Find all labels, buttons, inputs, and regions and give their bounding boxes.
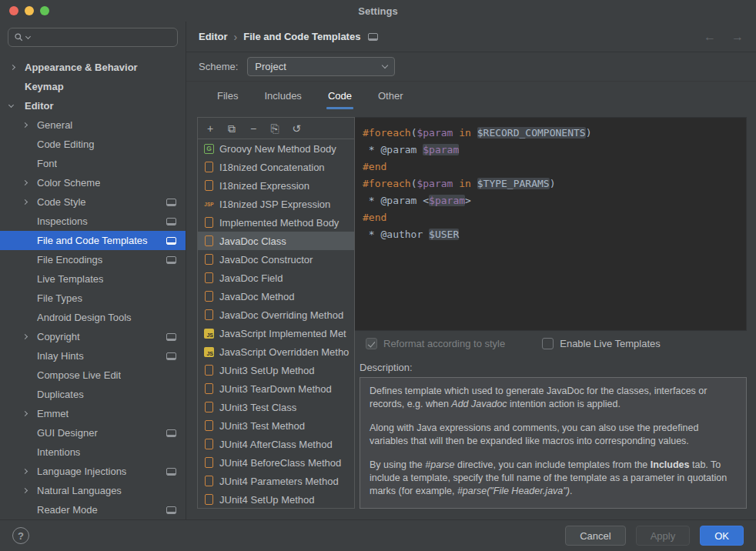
sidebar-item-copyright[interactable]: Copyright <box>0 327 186 346</box>
sidebar-item-file-encodings[interactable]: File Encodings <box>0 250 186 269</box>
per-project-settings-icon <box>166 429 176 437</box>
template-item-junit4-parameters-method[interactable]: JUnit4 Parameters Method <box>198 472 354 490</box>
add-template-icon[interactable]: + <box>204 123 216 134</box>
template-item-i18nized-expression[interactable]: I18nized Expression <box>198 176 354 195</box>
close-window-button[interactable] <box>9 6 18 15</box>
scheme-select[interactable]: Project <box>247 57 395 76</box>
back-arrow-icon[interactable]: ← <box>704 31 716 43</box>
template-item-junit4-beforeclass-method[interactable]: JUnit4 BeforeClass Method <box>198 453 354 472</box>
sidebar-item-code-style[interactable]: Code Style <box>0 192 186 212</box>
template-item-javadoc-method[interactable]: JavaDoc Method <box>198 287 354 306</box>
javascript-icon <box>202 328 216 339</box>
create-child-template-icon[interactable]: ⧉ <box>226 123 238 134</box>
template-item-junit3-test-method[interactable]: JUnit3 Test Method <box>198 416 354 435</box>
chevron-right-icon[interactable] <box>22 123 37 127</box>
sidebar-item-color-scheme[interactable]: Color Scheme <box>0 173 186 192</box>
template-item-junit3-setup-method[interactable]: JUnit3 SetUp Method <box>198 361 354 379</box>
copy-template-icon[interactable]: ⎘ <box>269 123 281 134</box>
sidebar-item-appearance-behavior[interactable]: Appearance & Behavior <box>0 58 186 77</box>
breadcrumb-separator: › <box>234 31 238 43</box>
sidebar-item-inlay-hints[interactable]: Inlay Hints <box>0 346 186 366</box>
zoom-window-button[interactable] <box>40 6 49 15</box>
template-code-editor[interactable]: #foreach($param in $RECORD_COMPONENTS) *… <box>355 117 747 331</box>
template-item-i18nized-jsp-expression[interactable]: I18nized JSP Expression <box>198 195 354 213</box>
sidebar-item-file-types[interactable]: File Types <box>0 289 186 308</box>
chevron-right-icon[interactable] <box>22 200 37 204</box>
template-item-i18nized-concatenation[interactable]: I18nized Concatenation <box>198 158 354 176</box>
template-item-javascript-implemented-met[interactable]: JavaScript Implemented Met <box>198 324 354 342</box>
sidebar-item-android-design-tools[interactable]: Android Design Tools <box>0 308 186 327</box>
enable-live-templates-checkbox[interactable] <box>542 338 554 349</box>
sidebar-item-reader-mode[interactable]: Reader Mode <box>0 500 186 519</box>
remove-template-icon[interactable]: − <box>247 123 259 134</box>
code-line: #end <box>363 209 738 226</box>
sidebar-item-label: Keymap <box>25 81 64 92</box>
reformat-checkbox[interactable] <box>366 338 377 349</box>
template-item-junit4-setup-method[interactable]: JUnit4 SetUp Method <box>198 490 354 508</box>
search-options-chevron-icon[interactable] <box>25 34 31 39</box>
chevron-right-icon[interactable] <box>22 489 37 493</box>
apply-button[interactable]: Apply <box>636 526 691 546</box>
ok-button[interactable]: OK <box>700 526 744 546</box>
template-item-javascript-overridden-metho[interactable]: JavaScript Overridden Metho <box>198 342 354 361</box>
sidebar-item-duplicates[interactable]: Duplicates <box>0 385 186 404</box>
description-paragraph: By using the #parse directive, you can i… <box>370 459 737 498</box>
forward-arrow-icon[interactable]: → <box>731 31 744 43</box>
template-item-javadoc-constructor[interactable]: JavaDoc Constructor <box>198 250 354 269</box>
chevron-right-icon[interactable] <box>22 335 37 339</box>
sidebar-item-emmet[interactable]: Emmet <box>0 404 186 423</box>
tab-code[interactable]: Code <box>328 82 352 109</box>
template-item-label: JavaScript Overridden Metho <box>219 346 349 358</box>
sidebar-item-language-injections[interactable]: Language Injections <box>0 462 186 481</box>
sidebar-item-intentions[interactable]: Intentions <box>0 442 186 462</box>
template-item-junit4-afterclass-method[interactable]: JUnit4 AfterClass Method <box>198 435 354 453</box>
settings-main-panel: Editor › File and Code Templates ← → Sch… <box>186 22 756 519</box>
help-button[interactable]: ? <box>12 527 29 544</box>
sidebar-item-label: Android Design Tools <box>37 312 132 323</box>
tab-includes[interactable]: Includes <box>264 82 301 109</box>
template-item-javadoc-field[interactable]: JavaDoc Field <box>198 269 354 287</box>
chevron-right-icon[interactable] <box>22 469 37 473</box>
template-item-javadoc-class[interactable]: JavaDoc Class <box>198 232 354 250</box>
reset-to-default-icon[interactable]: ↺ <box>290 123 303 134</box>
chevron-right-icon[interactable] <box>22 181 37 185</box>
sidebar-item-label: Compose Live Edit <box>37 369 121 381</box>
tab-other[interactable]: Other <box>378 82 403 109</box>
sidebar-item-live-templates[interactable]: Live Templates <box>0 269 186 289</box>
sidebar-item-label: Code Style <box>37 196 86 208</box>
template-item-javadoc-overriding-method[interactable]: JavaDoc Overriding Method <box>198 306 354 324</box>
chevron-down-icon[interactable] <box>9 105 25 107</box>
minimize-window-button[interactable] <box>25 6 34 15</box>
sidebar-item-code-editing[interactable]: Code Editing <box>0 135 186 154</box>
editor-options-row: Reformat according to style Enable Live … <box>355 331 747 356</box>
search-box[interactable] <box>8 28 178 47</box>
template-item-junit3-test-class[interactable]: JUnit3 Test Class <box>198 398 354 416</box>
template-editor-column: #foreach($param in $RECORD_COMPONENTS) *… <box>355 117 747 509</box>
sidebar-item-inspections[interactable]: Inspections <box>0 212 186 231</box>
template-item-groovy-new-method-body[interactable]: Groovy New Method Body <box>198 139 354 158</box>
sidebar-item-natural-languages[interactable]: Natural Languages <box>0 481 186 500</box>
breadcrumb-item-editor[interactable]: Editor <box>199 31 228 42</box>
sidebar-item-label: Editor <box>25 100 54 112</box>
description-box[interactable]: Defines template which used to generate … <box>360 377 747 509</box>
chevron-right-icon[interactable] <box>22 412 37 416</box>
sidebar-item-file-and-code-templates[interactable]: File and Code Templates <box>0 231 186 250</box>
sidebar-item-compose-live-edit[interactable]: Compose Live Edit <box>0 366 186 385</box>
tab-files[interactable]: Files <box>217 82 238 109</box>
sidebar-item-keymap[interactable]: Keymap <box>0 77 186 96</box>
code-line: #end <box>363 159 738 175</box>
sidebar-item-gui-designer[interactable]: GUI Designer <box>0 423 186 442</box>
template-item-junit3-teardown-method[interactable]: JUnit3 TearDown Method <box>198 379 354 398</box>
sidebar-item-font[interactable]: Font <box>0 154 186 173</box>
sidebar-item-editor[interactable]: Editor <box>0 96 186 115</box>
chevron-right-icon[interactable] <box>9 65 25 69</box>
live-templates-checkbox-group: Enable Live Templates <box>542 338 661 349</box>
sidebar-item-label: Reader Mode <box>37 504 98 516</box>
template-item-implemented-method-body[interactable]: Implemented Method Body <box>198 213 354 232</box>
sidebar-item-label: Intentions <box>37 446 80 458</box>
settings-search-input[interactable] <box>32 32 172 43</box>
sidebar-item-general[interactable]: General <box>0 115 186 135</box>
cancel-button[interactable]: Cancel <box>565 526 625 546</box>
javascript-icon <box>202 346 216 357</box>
sidebar-item-label: Inspections <box>37 215 88 227</box>
